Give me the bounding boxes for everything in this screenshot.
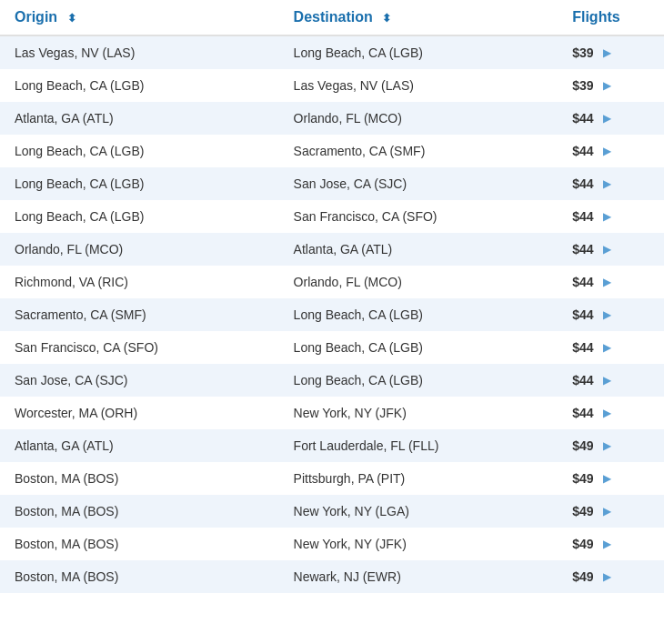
price-value: $49 — [572, 471, 593, 486]
origin-cell: Sacramento, CA (SMF) — [0, 298, 279, 331]
destination-cell: San Jose, CA (SJC) — [279, 167, 558, 200]
row-arrow-button[interactable]: ▶ — [603, 210, 611, 223]
origin-cell: Boston, MA (BOS) — [0, 560, 279, 593]
price-value: $44 — [572, 209, 593, 224]
table-row: Boston, MA (BOS)New York, NY (JFK)$49▶ — [0, 528, 664, 560]
destination-cell: Atlanta, GA (ATL) — [279, 233, 558, 266]
table-row: Las Vegas, NV (LAS)Long Beach, CA (LGB)$… — [0, 35, 664, 69]
flights-cell: $44▶ — [558, 331, 664, 364]
table-header-row: Origin ⬍ Destination ⬍ Flights — [0, 0, 664, 35]
origin-cell: Las Vegas, NV (LAS) — [0, 35, 279, 69]
destination-header-label: Destination — [294, 9, 373, 25]
row-arrow-button[interactable]: ▶ — [603, 374, 611, 387]
table-row: Long Beach, CA (LGB)San Jose, CA (SJC)$4… — [0, 167, 664, 200]
origin-cell: San Francisco, CA (SFO) — [0, 331, 279, 364]
price-value: $44 — [572, 340, 593, 355]
table-row: Sacramento, CA (SMF)Long Beach, CA (LGB)… — [0, 298, 664, 331]
flights-cell: $44▶ — [558, 397, 664, 429]
flights-header-label: Flights — [572, 9, 619, 25]
destination-cell: San Francisco, CA (SFO) — [279, 200, 558, 233]
row-arrow-button[interactable]: ▶ — [603, 243, 611, 256]
flights-cell: $49▶ — [558, 528, 664, 560]
table-row: Boston, MA (BOS)New York, NY (LGA)$49▶ — [0, 495, 664, 528]
price-value: $44 — [572, 307, 593, 322]
price-value: $44 — [572, 275, 593, 289]
price-value: $44 — [572, 242, 593, 257]
destination-sort-icon: ⬍ — [382, 12, 391, 25]
destination-cell: Orlando, FL (MCO) — [279, 266, 558, 298]
origin-cell: Boston, MA (BOS) — [0, 528, 279, 560]
flights-cell: $39▶ — [558, 35, 664, 69]
table-row: Long Beach, CA (LGB)Sacramento, CA (SMF)… — [0, 135, 664, 167]
flights-cell: $44▶ — [558, 102, 664, 135]
origin-cell: Long Beach, CA (LGB) — [0, 135, 279, 167]
row-arrow-button[interactable]: ▶ — [603, 276, 611, 288]
flights-table: Origin ⬍ Destination ⬍ Flights Las Vegas… — [0, 0, 664, 593]
row-arrow-button[interactable]: ▶ — [603, 145, 611, 157]
flights-cell: $44▶ — [558, 167, 664, 200]
flights-cell: $44▶ — [558, 364, 664, 397]
flights-cell: $44▶ — [558, 266, 664, 298]
price-value: $44 — [572, 373, 593, 387]
flights-cell: $49▶ — [558, 429, 664, 462]
flights-cell: $39▶ — [558, 69, 664, 102]
row-arrow-button[interactable]: ▶ — [603, 177, 611, 190]
table-row: Boston, MA (BOS)Pittsburgh, PA (PIT)$49▶ — [0, 462, 664, 495]
table-row: San Francisco, CA (SFO)Long Beach, CA (L… — [0, 331, 664, 364]
origin-cell: San Jose, CA (SJC) — [0, 364, 279, 397]
flights-cell: $49▶ — [558, 560, 664, 593]
origin-cell: Long Beach, CA (LGB) — [0, 69, 279, 102]
row-arrow-button[interactable]: ▶ — [603, 439, 611, 452]
table-row: Atlanta, GA (ATL)Fort Lauderdale, FL (FL… — [0, 429, 664, 462]
destination-cell: Long Beach, CA (LGB) — [279, 35, 558, 69]
destination-cell: New York, NY (LGA) — [279, 495, 558, 528]
row-arrow-button[interactable]: ▶ — [603, 79, 611, 92]
table-row: Orlando, FL (MCO)Atlanta, GA (ATL)$44▶ — [0, 233, 664, 266]
flights-cell: $44▶ — [558, 200, 664, 233]
destination-cell: Orlando, FL (MCO) — [279, 102, 558, 135]
destination-cell: Sacramento, CA (SMF) — [279, 135, 558, 167]
table-body: Las Vegas, NV (LAS)Long Beach, CA (LGB)$… — [0, 35, 664, 593]
flights-column-header: Flights — [558, 0, 664, 35]
price-value: $49 — [572, 504, 593, 518]
origin-cell: Boston, MA (BOS) — [0, 462, 279, 495]
table-row: Long Beach, CA (LGB)Las Vegas, NV (LAS)$… — [0, 69, 664, 102]
table-row: Richmond, VA (RIC)Orlando, FL (MCO)$44▶ — [0, 266, 664, 298]
price-value: $44 — [572, 111, 593, 126]
flights-cell: $44▶ — [558, 233, 664, 266]
destination-cell: Long Beach, CA (LGB) — [279, 364, 558, 397]
row-arrow-button[interactable]: ▶ — [603, 505, 611, 518]
price-value: $39 — [572, 45, 593, 60]
destination-column-header[interactable]: Destination ⬍ — [279, 0, 558, 35]
origin-cell: Atlanta, GA (ATL) — [0, 429, 279, 462]
row-arrow-button[interactable]: ▶ — [603, 407, 611, 419]
origin-cell: Long Beach, CA (LGB) — [0, 167, 279, 200]
destination-cell: Las Vegas, NV (LAS) — [279, 69, 558, 102]
table-row: San Jose, CA (SJC)Long Beach, CA (LGB)$4… — [0, 364, 664, 397]
origin-cell: Boston, MA (BOS) — [0, 495, 279, 528]
origin-cell: Worcester, MA (ORH) — [0, 397, 279, 429]
row-arrow-button[interactable]: ▶ — [603, 341, 611, 354]
destination-cell: Pittsburgh, PA (PIT) — [279, 462, 558, 495]
origin-cell: Long Beach, CA (LGB) — [0, 200, 279, 233]
row-arrow-button[interactable]: ▶ — [603, 538, 611, 550]
row-arrow-button[interactable]: ▶ — [603, 308, 611, 321]
row-arrow-button[interactable]: ▶ — [603, 472, 611, 485]
row-arrow-button[interactable]: ▶ — [603, 570, 611, 583]
table-row: Boston, MA (BOS)Newark, NJ (EWR)$49▶ — [0, 560, 664, 593]
price-value: $44 — [572, 176, 593, 191]
destination-cell: Long Beach, CA (LGB) — [279, 298, 558, 331]
origin-sort-icon: ⬍ — [67, 12, 76, 25]
table-row: Atlanta, GA (ATL)Orlando, FL (MCO)$44▶ — [0, 102, 664, 135]
flights-table-container: Origin ⬍ Destination ⬍ Flights Las Vegas… — [0, 0, 664, 644]
destination-cell: Long Beach, CA (LGB) — [279, 331, 558, 364]
destination-cell: New York, NY (JFK) — [279, 528, 558, 560]
price-value: $49 — [572, 438, 593, 453]
price-value: $44 — [572, 144, 593, 158]
row-arrow-button[interactable]: ▶ — [603, 46, 611, 59]
price-value: $49 — [572, 569, 593, 584]
destination-cell: New York, NY (JFK) — [279, 397, 558, 429]
row-arrow-button[interactable]: ▶ — [603, 112, 611, 125]
flights-cell: $49▶ — [558, 462, 664, 495]
origin-column-header[interactable]: Origin ⬍ — [0, 0, 279, 35]
